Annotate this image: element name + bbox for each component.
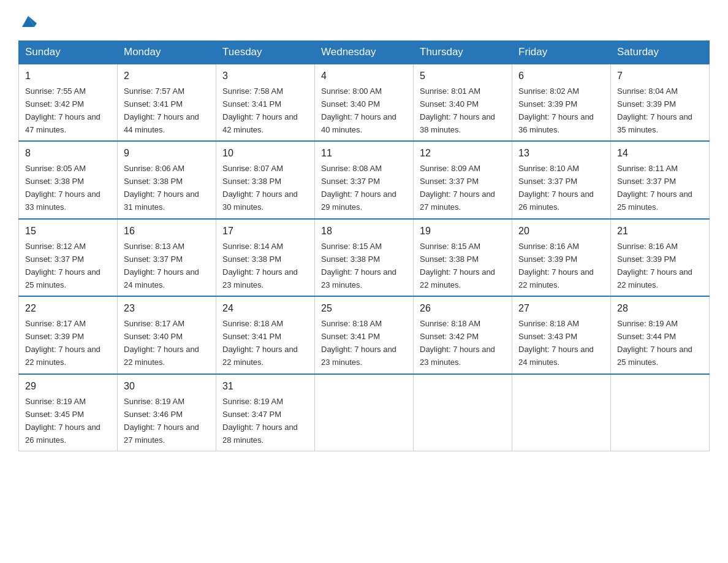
calendar-cell: 17Sunrise: 8:14 AMSunset: 3:38 PMDayligh…: [216, 219, 315, 296]
day-number: 17: [222, 224, 308, 239]
calendar-cell: [414, 374, 512, 451]
day-number: 11: [321, 146, 407, 161]
col-header-wednesday: Wednesday: [315, 41, 414, 64]
day-number: 13: [518, 146, 604, 161]
calendar-cell: 31Sunrise: 8:19 AMSunset: 3:47 PMDayligh…: [216, 374, 315, 451]
day-number: 9: [124, 146, 210, 161]
day-info: Sunrise: 8:10 AMSunset: 3:37 PMDaylight:…: [518, 164, 594, 212]
day-info: Sunrise: 8:11 AMSunset: 3:37 PMDaylight:…: [617, 164, 692, 212]
day-number: 12: [420, 146, 506, 161]
day-info: Sunrise: 8:15 AMSunset: 3:38 PMDaylight:…: [420, 242, 495, 289]
calendar-cell: 14Sunrise: 8:11 AMSunset: 3:37 PMDayligh…: [611, 141, 710, 218]
day-info: Sunrise: 8:14 AMSunset: 3:38 PMDaylight:…: [222, 242, 298, 289]
calendar-cell: 2Sunrise: 7:57 AMSunset: 3:41 PMDaylight…: [118, 64, 216, 141]
day-info: Sunrise: 8:19 AMSunset: 3:44 PMDaylight:…: [617, 319, 692, 367]
day-info: Sunrise: 8:19 AMSunset: 3:45 PMDaylight:…: [25, 397, 100, 445]
day-info: Sunrise: 8:01 AMSunset: 3:40 PMDaylight:…: [420, 86, 495, 134]
day-number: 3: [222, 69, 308, 84]
day-info: Sunrise: 7:57 AMSunset: 3:41 PMDaylight:…: [124, 86, 199, 134]
calendar-cell: 18Sunrise: 8:15 AMSunset: 3:38 PMDayligh…: [315, 219, 414, 296]
day-info: Sunrise: 7:58 AMSunset: 3:41 PMDaylight:…: [222, 86, 298, 134]
calendar-cell: 3Sunrise: 7:58 AMSunset: 3:41 PMDaylight…: [216, 64, 315, 141]
day-info: Sunrise: 8:07 AMSunset: 3:38 PMDaylight:…: [222, 164, 298, 212]
calendar-week-row: 22Sunrise: 8:17 AMSunset: 3:39 PMDayligh…: [19, 296, 710, 373]
calendar-cell: 29Sunrise: 8:19 AMSunset: 3:45 PMDayligh…: [19, 374, 118, 451]
calendar-cell: 26Sunrise: 8:18 AMSunset: 3:42 PMDayligh…: [414, 296, 512, 373]
calendar-cell: 11Sunrise: 8:08 AMSunset: 3:37 PMDayligh…: [315, 141, 414, 218]
calendar-cell: 4Sunrise: 8:00 AMSunset: 3:40 PMDaylight…: [315, 64, 414, 141]
calendar-week-row: 15Sunrise: 8:12 AMSunset: 3:37 PMDayligh…: [19, 219, 710, 296]
calendar-cell: 19Sunrise: 8:15 AMSunset: 3:38 PMDayligh…: [414, 219, 512, 296]
day-number: 29: [25, 379, 111, 394]
page-header: [18, 12, 710, 29]
day-number: 20: [518, 224, 604, 239]
day-info: Sunrise: 8:05 AMSunset: 3:38 PMDaylight:…: [25, 164, 100, 212]
day-number: 23: [124, 301, 210, 316]
calendar-cell: 6Sunrise: 8:02 AMSunset: 3:39 PMDaylight…: [512, 64, 611, 141]
logo-icon: [20, 12, 37, 29]
col-header-monday: Monday: [118, 41, 216, 64]
day-number: 14: [617, 146, 703, 161]
calendar-cell: 21Sunrise: 8:16 AMSunset: 3:39 PMDayligh…: [611, 219, 710, 296]
calendar-cell: 8Sunrise: 8:05 AMSunset: 3:38 PMDaylight…: [19, 141, 118, 218]
calendar-cell: 30Sunrise: 8:19 AMSunset: 3:46 PMDayligh…: [118, 374, 216, 451]
day-number: 22: [25, 301, 111, 316]
day-info: Sunrise: 8:04 AMSunset: 3:39 PMDaylight:…: [617, 86, 692, 134]
day-number: 6: [518, 69, 604, 84]
day-number: 19: [420, 224, 506, 239]
calendar-week-row: 8Sunrise: 8:05 AMSunset: 3:38 PMDaylight…: [19, 141, 710, 218]
day-number: 5: [420, 69, 506, 84]
day-info: Sunrise: 8:16 AMSunset: 3:39 PMDaylight:…: [617, 242, 692, 289]
calendar-cell: 25Sunrise: 8:18 AMSunset: 3:41 PMDayligh…: [315, 296, 414, 373]
calendar-header-row: SundayMondayTuesdayWednesdayThursdayFrid…: [19, 41, 710, 64]
day-number: 10: [222, 146, 308, 161]
col-header-sunday: Sunday: [19, 41, 118, 64]
day-info: Sunrise: 8:13 AMSunset: 3:37 PMDaylight:…: [124, 242, 199, 289]
calendar-cell: [512, 374, 611, 451]
day-info: Sunrise: 8:08 AMSunset: 3:37 PMDaylight:…: [321, 164, 396, 212]
day-number: 26: [420, 301, 506, 316]
day-number: 27: [518, 301, 604, 316]
calendar-cell: 9Sunrise: 8:06 AMSunset: 3:38 PMDaylight…: [118, 141, 216, 218]
calendar-cell: 7Sunrise: 8:04 AMSunset: 3:39 PMDaylight…: [611, 64, 710, 141]
calendar-cell: 20Sunrise: 8:16 AMSunset: 3:39 PMDayligh…: [512, 219, 611, 296]
day-number: 31: [222, 379, 308, 394]
day-info: Sunrise: 7:55 AMSunset: 3:42 PMDaylight:…: [25, 86, 100, 134]
calendar-cell: 24Sunrise: 8:18 AMSunset: 3:41 PMDayligh…: [216, 296, 315, 373]
day-number: 2: [124, 69, 210, 84]
day-number: 25: [321, 301, 407, 316]
calendar-week-row: 1Sunrise: 7:55 AMSunset: 3:42 PMDaylight…: [19, 64, 710, 141]
calendar-cell: [611, 374, 710, 451]
calendar-cell: 23Sunrise: 8:17 AMSunset: 3:40 PMDayligh…: [118, 296, 216, 373]
day-number: 28: [617, 301, 703, 316]
day-info: Sunrise: 8:18 AMSunset: 3:43 PMDaylight:…: [518, 319, 594, 367]
calendar-week-row: 29Sunrise: 8:19 AMSunset: 3:45 PMDayligh…: [19, 374, 710, 451]
day-info: Sunrise: 8:00 AMSunset: 3:40 PMDaylight:…: [321, 86, 396, 134]
logo: [18, 12, 37, 29]
calendar-cell: 5Sunrise: 8:01 AMSunset: 3:40 PMDaylight…: [414, 64, 512, 141]
day-info: Sunrise: 8:18 AMSunset: 3:41 PMDaylight:…: [222, 319, 298, 367]
day-info: Sunrise: 8:15 AMSunset: 3:38 PMDaylight:…: [321, 242, 396, 289]
col-header-friday: Friday: [512, 41, 611, 64]
col-header-saturday: Saturday: [611, 41, 710, 64]
day-number: 24: [222, 301, 308, 316]
day-number: 15: [25, 224, 111, 239]
day-info: Sunrise: 8:19 AMSunset: 3:46 PMDaylight:…: [124, 397, 199, 445]
calendar-cell: 22Sunrise: 8:17 AMSunset: 3:39 PMDayligh…: [19, 296, 118, 373]
calendar-cell: 15Sunrise: 8:12 AMSunset: 3:37 PMDayligh…: [19, 219, 118, 296]
calendar-cell: 27Sunrise: 8:18 AMSunset: 3:43 PMDayligh…: [512, 296, 611, 373]
day-info: Sunrise: 8:09 AMSunset: 3:37 PMDaylight:…: [420, 164, 495, 212]
col-header-tuesday: Tuesday: [216, 41, 315, 64]
day-number: 1: [25, 69, 111, 84]
day-number: 18: [321, 224, 407, 239]
day-number: 4: [321, 69, 407, 84]
calendar-cell: 10Sunrise: 8:07 AMSunset: 3:38 PMDayligh…: [216, 141, 315, 218]
day-number: 21: [617, 224, 703, 239]
day-info: Sunrise: 8:17 AMSunset: 3:40 PMDaylight:…: [124, 319, 199, 367]
calendar-cell: [315, 374, 414, 451]
day-number: 7: [617, 69, 703, 84]
day-info: Sunrise: 8:02 AMSunset: 3:39 PMDaylight:…: [518, 86, 594, 134]
day-number: 30: [124, 379, 210, 394]
day-info: Sunrise: 8:19 AMSunset: 3:47 PMDaylight:…: [222, 397, 298, 445]
day-number: 8: [25, 146, 111, 161]
